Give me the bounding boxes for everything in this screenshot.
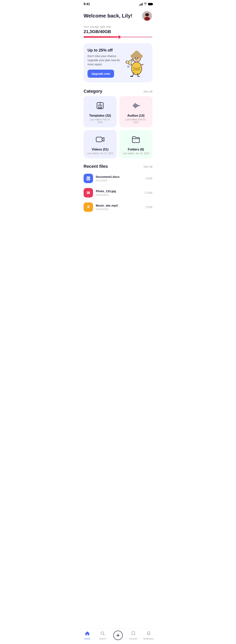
folders-icon [131, 135, 140, 145]
file-size-photo1: 3.2MB [144, 191, 152, 194]
svg-point-35 [88, 207, 89, 208]
recent-files-list: D Document1.docx 4/11/2023 12MB Photo_12… [80, 171, 156, 214]
svg-rect-16 [133, 69, 140, 70]
storage-progress-fill [84, 36, 120, 38]
file-item-music1[interactable]: Music_abc.mp3 26/10/2023 17MB [84, 200, 152, 214]
storage-amount: 21,3GB/40GB [84, 29, 152, 34]
svg-point-4 [132, 62, 142, 75]
bottom-nav: Home Search Favorite [80, 628, 156, 644]
battery-icon [148, 3, 152, 5]
promo-description: Don't miss your chance. Upgrade your pla… [88, 54, 123, 66]
file-icon-docx: D [84, 174, 93, 183]
recent-files-see-all[interactable]: See all [143, 165, 152, 168]
file-size-doc1: 12MB [145, 177, 152, 180]
svg-point-9 [130, 54, 134, 58]
recent-files-section-header: Recent files See all [80, 160, 156, 171]
nav-item-add[interactable] [110, 630, 126, 640]
promo-content: Up to 25% off Don't miss your chance. Up… [88, 48, 123, 78]
promo-illustration [123, 49, 148, 77]
svg-line-37 [104, 634, 104, 635]
file-size-music1: 17MB [145, 206, 152, 209]
file-name-doc1: Document1.docx [96, 175, 145, 178]
nav-label-search: Search [99, 638, 106, 640]
file-date-music1: 26/10/2023 [96, 208, 145, 211]
videos-name: Videos (51) [92, 148, 108, 151]
storage-label: Your storage right now [84, 25, 152, 28]
svg-point-15 [128, 66, 129, 67]
home-icon [85, 631, 90, 637]
notification-icon [146, 631, 151, 637]
recent-files-title: Recent files [84, 164, 108, 169]
file-date-photo1: 28/10/2023 [96, 193, 144, 196]
upgrade-button[interactable]: Upgrade now [88, 70, 114, 78]
file-info-photo1: Photo_123.jpg 28/10/2023 [96, 190, 144, 196]
file-item-photo1[interactable]: Photo_123.jpg 28/10/2023 3.2MB [84, 186, 152, 200]
category-grid: Templates (32) Last edited: Feb 10, 2023… [80, 96, 156, 160]
videos-date: Last edited: Jan 27, 2023 [87, 152, 114, 155]
storage-section: Your storage right now 21,3GB/40GB [80, 24, 156, 41]
avatar-image [142, 11, 152, 21]
category-section-title: Category [84, 89, 102, 94]
file-date-doc1: 4/11/2023 [96, 179, 145, 182]
welcome-text: Welcome back, Lily! [84, 13, 132, 19]
nav-label-home: Home [84, 638, 90, 640]
folders-name: Folders (8) [128, 148, 144, 151]
templates-name: Templates (32) [89, 114, 111, 118]
templates-icon [96, 101, 105, 111]
nav-item-home[interactable]: Home [80, 631, 95, 640]
header: Welcome back, Lily! [80, 8, 156, 24]
nav-item-search[interactable]: Search [95, 631, 110, 640]
svg-text:D: D [88, 177, 89, 180]
storage-progress-bar [84, 36, 152, 38]
svg-rect-25 [96, 137, 102, 142]
nav-label-notification: Notification [143, 638, 154, 640]
promo-card: Up to 25% off Don't miss your chance. Up… [84, 43, 152, 82]
search-icon [100, 631, 105, 637]
category-card-audios[interactable]: Audios (14) Last edited: Feb 01, 2023 [120, 96, 152, 127]
file-icon-jpg [84, 188, 93, 198]
nav-label-favorite: Favorite [130, 638, 137, 640]
file-info-music1: Music_abc.mp3 26/10/2023 [96, 204, 145, 211]
audios-icon [131, 101, 140, 111]
status-time: 9:41 [84, 2, 90, 6]
file-info-doc1: Document1.docx 4/11/2023 [96, 175, 145, 182]
folders-date: Last edited: Jan 16, 2023 [123, 152, 149, 155]
audios-name: Audios (14) [127, 114, 144, 118]
svg-point-12 [135, 58, 136, 58]
svg-point-11 [134, 50, 139, 55]
status-bar: 9:41 [80, 0, 156, 8]
category-card-videos[interactable]: Videos (51) Last edited: Jan 27, 2023 [84, 130, 116, 158]
file-icon-mp3 [84, 202, 93, 212]
signal-icon [139, 3, 142, 6]
category-section-header: Category See all [80, 85, 156, 96]
svg-point-10 [139, 54, 143, 58]
nav-item-notification[interactable]: Notification [141, 631, 156, 640]
promo-title: Up to 25% off [88, 48, 123, 52]
favorite-icon [131, 631, 136, 637]
svg-point-2 [144, 17, 150, 21]
file-name-photo1: Photo_123.jpg [96, 190, 144, 193]
file-name-music1: Music_abc.mp3 [96, 204, 145, 207]
file-item-doc1[interactable]: D Document1.docx 4/11/2023 12MB [84, 171, 152, 186]
svg-point-13 [137, 58, 138, 58]
category-card-templates[interactable]: Templates (32) Last edited: Feb 10, 2023 [84, 96, 116, 127]
svg-point-6 [137, 76, 140, 77]
wifi-icon [144, 2, 147, 6]
audios-date: Last edited: Feb 01, 2023 [122, 118, 149, 124]
add-button[interactable] [113, 630, 123, 640]
status-icons [139, 2, 152, 6]
videos-icon [96, 135, 105, 145]
templates-date: Last edited: Feb 10, 2023 [87, 118, 114, 124]
category-card-folders[interactable]: Folders (8) Last edited: Jan 16, 2023 [120, 130, 152, 158]
avatar[interactable] [142, 10, 152, 21]
category-see-all[interactable]: See all [143, 90, 152, 93]
nav-item-favorite[interactable]: Favorite [126, 631, 141, 640]
